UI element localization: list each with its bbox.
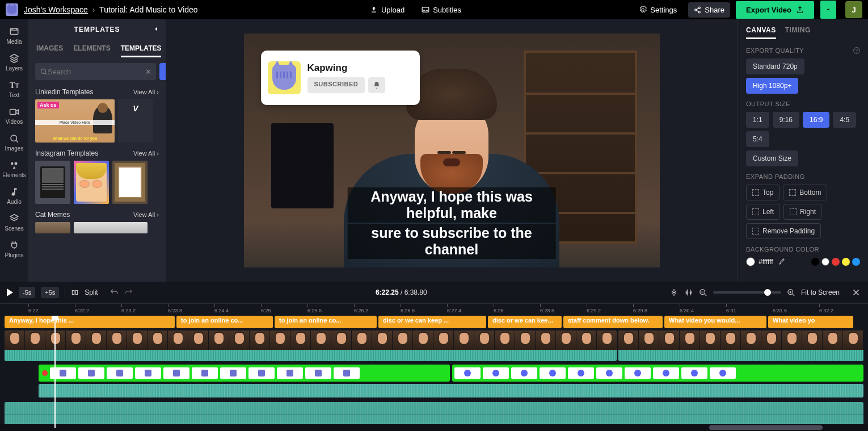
fit-to-screen-button[interactable]: Fit to Screen bbox=[801, 288, 840, 296]
rail-layers[interactable]: Layers bbox=[0, 49, 28, 75]
svg-point-3 bbox=[698, 7, 700, 9]
svg-rect-12 bbox=[73, 291, 74, 295]
workspace-link[interactable]: Josh's Workspace bbox=[24, 5, 88, 14]
color-blue[interactable] bbox=[852, 258, 860, 266]
size-1-1-button[interactable]: 1:1 bbox=[746, 112, 769, 128]
zoom-in-icon[interactable] bbox=[787, 288, 795, 297]
rail-videos[interactable]: Videos bbox=[0, 103, 28, 128]
color-red[interactable] bbox=[832, 258, 840, 266]
horizontal-scrollbar[interactable] bbox=[0, 424, 868, 431]
subtitles-button[interactable]: Subtitles bbox=[416, 2, 467, 18]
caption-clip[interactable]: to join an online co... bbox=[176, 316, 273, 328]
timeline-ruler[interactable]: 6:226:22.26:23.26:23.86:24.46:256:25.66:… bbox=[0, 303, 868, 316]
trim-icon[interactable] bbox=[684, 288, 693, 297]
plus-5s-button[interactable]: +5s bbox=[41, 287, 59, 298]
viewall-instagram[interactable]: View All › bbox=[133, 150, 159, 157]
pad-top-button[interactable]: Top bbox=[746, 185, 779, 200]
eyedropper-icon[interactable] bbox=[778, 258, 786, 266]
settings-label: Settings bbox=[650, 6, 677, 14]
video-clip[interactable] bbox=[5, 330, 617, 361]
rail-media[interactable]: Media bbox=[0, 23, 28, 48]
video-track[interactable] bbox=[0, 330, 868, 361]
audio-icon bbox=[9, 186, 20, 198]
tab-elements[interactable]: ELEMENTS bbox=[73, 44, 110, 57]
caption-track[interactable]: Anyway, I hope this ...to join an online… bbox=[0, 316, 868, 328]
template-thumb[interactable]: V bbox=[118, 99, 153, 143]
chevron-down-icon bbox=[825, 7, 831, 12]
project-title: Tutorial: Add Music to Video bbox=[99, 5, 198, 14]
pad-left-button[interactable]: Left bbox=[746, 204, 780, 220]
rail-text[interactable]: TTText bbox=[0, 76, 28, 102]
rail-label: Elements bbox=[2, 172, 26, 178]
audio-track-1[interactable] bbox=[39, 384, 863, 397]
size-16-9-button[interactable]: 16:9 bbox=[803, 112, 829, 128]
rail-images[interactable]: Images bbox=[0, 129, 28, 155]
overlay-clip[interactable] bbox=[39, 365, 450, 382]
share-button[interactable]: Share bbox=[688, 2, 730, 18]
minus-5s-button[interactable]: -5s bbox=[19, 287, 35, 298]
color-black[interactable] bbox=[811, 258, 819, 266]
caption-clip[interactable]: Anyway, I hope this ... bbox=[5, 316, 175, 328]
help-icon[interactable]: ? bbox=[853, 47, 860, 54]
caption-clip[interactable]: disc or we can keep ... bbox=[488, 316, 562, 328]
search-icon bbox=[40, 68, 48, 76]
split-icon bbox=[71, 288, 79, 296]
custom-size-button[interactable]: Custom Size bbox=[746, 150, 798, 166]
caption-clip[interactable]: to join an online co... bbox=[275, 316, 377, 328]
template-thumb[interactable]: Ask us Place Video Here What we can do f… bbox=[35, 99, 115, 143]
rail-plugins[interactable]: Plugins bbox=[0, 236, 28, 262]
viewall-catmemes[interactable]: View All › bbox=[133, 211, 159, 218]
caption-clip[interactable]: disc or we can keep ... bbox=[378, 316, 486, 328]
size-5-4-button[interactable]: 5:4 bbox=[746, 131, 769, 147]
settings-button[interactable]: Settings bbox=[633, 2, 682, 18]
size-4-5-button[interactable]: 4:5 bbox=[833, 112, 856, 128]
template-thumb[interactable] bbox=[112, 161, 148, 204]
color-yellow[interactable] bbox=[842, 258, 850, 266]
template-thumb[interactable] bbox=[35, 222, 70, 233]
size-9-16-button[interactable]: 9:16 bbox=[773, 112, 799, 128]
bg-color-input[interactable]: #ffffff bbox=[746, 257, 773, 266]
video-preview[interactable]: Kapwing SUBSCRIBED Anyway, I hope this w… bbox=[244, 34, 660, 267]
search-input[interactable] bbox=[48, 68, 143, 76]
zoom-slider[interactable] bbox=[713, 291, 781, 294]
tab-images[interactable]: IMAGES bbox=[36, 44, 63, 57]
snap-icon[interactable] bbox=[669, 288, 679, 297]
caption-clip[interactable]: What video you would... bbox=[664, 316, 766, 328]
quality-720p-button[interactable]: Standard 720p bbox=[746, 58, 804, 74]
right-panel-tabs: CANVAS TIMING bbox=[746, 26, 860, 39]
export-video-button[interactable]: Export Video bbox=[736, 1, 814, 19]
template-thumb[interactable] bbox=[74, 222, 148, 233]
collapse-panel-button[interactable] bbox=[152, 25, 160, 35]
tab-timing[interactable]: TIMING bbox=[785, 26, 811, 39]
rail-audio[interactable]: Audio bbox=[0, 183, 28, 208]
quality-1080p-button[interactable]: High 1080p+ bbox=[746, 78, 798, 94]
viewall-linkedin[interactable]: View All › bbox=[133, 89, 159, 95]
color-white[interactable] bbox=[821, 258, 829, 266]
zoom-out-icon[interactable] bbox=[699, 288, 707, 297]
tab-canvas[interactable]: CANVAS bbox=[746, 26, 776, 39]
upload-button[interactable]: Upload bbox=[364, 2, 410, 18]
caption-clip[interactable]: What video yo bbox=[768, 316, 853, 328]
video-clip[interactable] bbox=[618, 330, 863, 361]
overlay-clip[interactable] bbox=[452, 365, 863, 382]
undo-icon[interactable] bbox=[109, 288, 119, 297]
tab-templates[interactable]: TEMPLATES bbox=[121, 44, 162, 57]
play-button[interactable] bbox=[7, 288, 13, 296]
redo-icon[interactable] bbox=[124, 288, 133, 297]
split-button[interactable]: Split bbox=[85, 288, 98, 296]
pad-right-button[interactable]: Right bbox=[783, 204, 822, 220]
overlay-track[interactable] bbox=[0, 365, 868, 382]
export-dropdown-button[interactable] bbox=[820, 1, 836, 19]
template-thumb[interactable] bbox=[74, 161, 109, 204]
close-icon[interactable] bbox=[851, 287, 861, 298]
caption-clip[interactable]: staff comment down below. bbox=[563, 316, 663, 328]
rail-elements[interactable]: Elements bbox=[0, 156, 28, 182]
template-thumb[interactable] bbox=[35, 161, 70, 204]
audio-track-2[interactable] bbox=[5, 402, 863, 427]
user-avatar[interactable]: J bbox=[845, 1, 862, 18]
clear-search-button[interactable]: ✕ bbox=[145, 68, 151, 76]
pad-bottom-button[interactable]: Bottom bbox=[783, 185, 827, 200]
rail-scenes[interactable]: Scenes bbox=[0, 210, 28, 235]
export-icon bbox=[796, 6, 804, 14]
remove-padding-button[interactable]: Remove Padding bbox=[746, 223, 821, 239]
